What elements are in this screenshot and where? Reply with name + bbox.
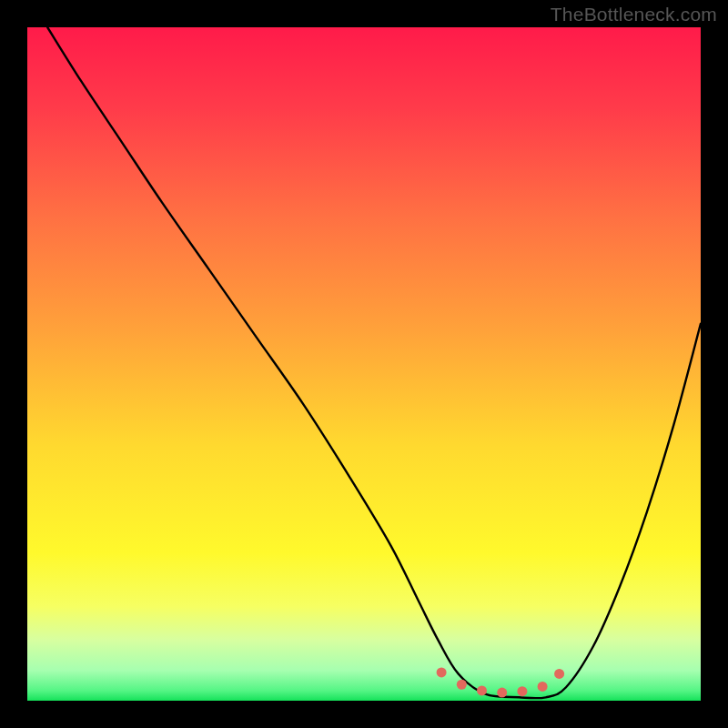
curve-marker bbox=[477, 685, 487, 695]
curve-marker bbox=[554, 669, 564, 679]
chart-frame: TheBottleneck.com bbox=[0, 0, 728, 728]
curve-marker bbox=[538, 682, 548, 692]
curve-marker bbox=[437, 667, 447, 677]
curve-marker bbox=[497, 688, 507, 698]
curve-marker bbox=[517, 686, 527, 696]
attribution-text: TheBottleneck.com bbox=[551, 4, 717, 25]
plot-area bbox=[27, 27, 701, 701]
curve-marker bbox=[457, 680, 467, 690]
bottleneck-curve bbox=[27, 27, 701, 701]
